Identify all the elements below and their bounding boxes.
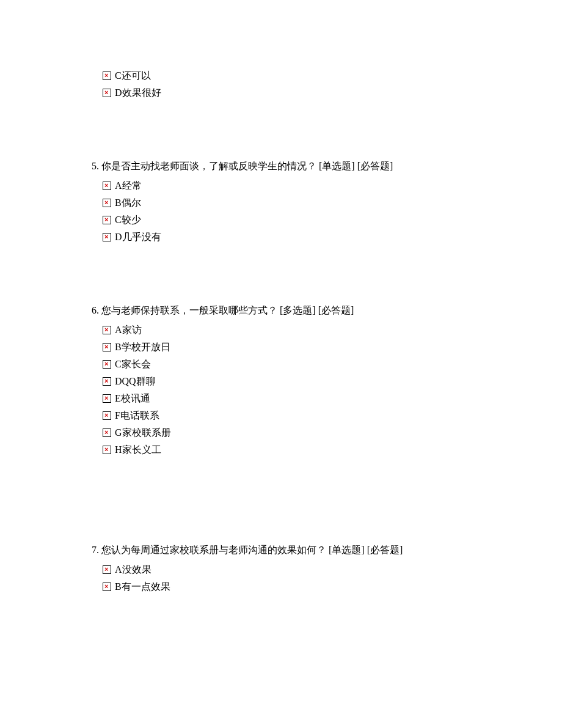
option-row: A没效果 (103, 562, 483, 577)
option-label: H家长义工 (115, 443, 161, 457)
option-label: B学校开放日 (115, 340, 170, 355)
question-number: 7. (92, 545, 99, 555)
option-label: D效果很好 (115, 86, 161, 100)
option-row: G家校联系册 (103, 425, 483, 440)
option-row: B学校开放日 (103, 340, 483, 355)
question-number: 6. (92, 305, 99, 315)
broken-image-icon (103, 446, 111, 454)
broken-image-icon (103, 343, 111, 351)
option-row: B有一点效果 (103, 579, 483, 594)
option-row: DQQ群聊 (103, 374, 483, 389)
question-stem: 6. 您与老师保持联系，一般采取哪些方式？ [多选题] [必答题] (92, 303, 483, 318)
broken-image-icon (103, 394, 111, 403)
broken-image-icon (103, 360, 111, 369)
option-row: C还可以 (103, 68, 483, 83)
broken-image-icon (103, 428, 111, 437)
question-6: 6. 您与老师保持联系，一般采取哪些方式？ [多选题] [必答题] A家访 B学… (92, 303, 483, 457)
option-row: E校讯通 (103, 391, 483, 406)
question-fragment: C还可以 D效果很好 (92, 68, 483, 100)
broken-image-icon (103, 583, 111, 591)
option-label: A家访 (115, 323, 142, 337)
option-row: C家长会 (103, 357, 483, 372)
question-5: 5. 你是否主动找老师面谈，了解或反映学生的情况？ [单选题] [必答题] A经… (92, 159, 483, 245)
question-text: 您与老师保持联系，一般采取哪些方式？ (101, 305, 277, 315)
broken-image-icon (103, 199, 111, 207)
question-tags: [单选题] [必答题] (319, 161, 393, 171)
question-text: 您认为每周通过家校联系册与老师沟通的效果如何？ (101, 545, 326, 555)
question-text: 你是否主动找老师面谈，了解或反映学生的情况？ (101, 161, 316, 171)
question-stem: 5. 你是否主动找老师面谈，了解或反映学生的情况？ [单选题] [必答题] (92, 159, 483, 174)
option-label: A经常 (115, 178, 142, 193)
broken-image-icon (103, 182, 111, 190)
question-tags: [多选题] [必答题] (280, 305, 354, 315)
option-label: DQQ群聊 (115, 374, 156, 389)
broken-image-icon (103, 565, 111, 574)
question-tags: [单选题] [必答题] (329, 545, 403, 555)
option-label: C家长会 (115, 357, 151, 372)
broken-image-icon (103, 216, 111, 224)
option-label: D几乎没有 (115, 230, 161, 245)
option-row: F电话联系 (103, 408, 483, 423)
broken-image-icon (103, 326, 111, 334)
question-7: 7. 您认为每周通过家校联系册与老师沟通的效果如何？ [单选题] [必答题] A… (92, 543, 483, 594)
option-label: C较少 (115, 213, 141, 227)
option-row: A经常 (103, 178, 483, 193)
option-label: B偶尔 (115, 196, 141, 210)
broken-image-icon (103, 72, 111, 80)
option-row: C较少 (103, 213, 483, 227)
broken-image-icon (103, 411, 111, 420)
option-label: E校讯通 (115, 391, 150, 406)
option-row: A家访 (103, 323, 483, 337)
option-label: G家校联系册 (115, 425, 171, 440)
question-stem: 7. 您认为每周通过家校联系册与老师沟通的效果如何？ [单选题] [必答题] (92, 543, 483, 557)
broken-image-icon (103, 377, 111, 386)
option-row: B偶尔 (103, 196, 483, 210)
document-page: C还可以 D效果很好 5. 你是否主动找老师面谈，了解或反映学生的情况？ [单选… (0, 0, 483, 633)
option-label: C还可以 (115, 68, 151, 83)
question-number: 5. (92, 161, 99, 171)
option-label: F电话联系 (115, 408, 159, 423)
broken-image-icon (103, 233, 111, 241)
option-label: A没效果 (115, 562, 151, 577)
option-row: D几乎没有 (103, 230, 483, 245)
broken-image-icon (103, 89, 111, 97)
option-row: D效果很好 (103, 86, 483, 100)
option-row: H家长义工 (103, 443, 483, 457)
option-label: B有一点效果 (115, 579, 170, 594)
